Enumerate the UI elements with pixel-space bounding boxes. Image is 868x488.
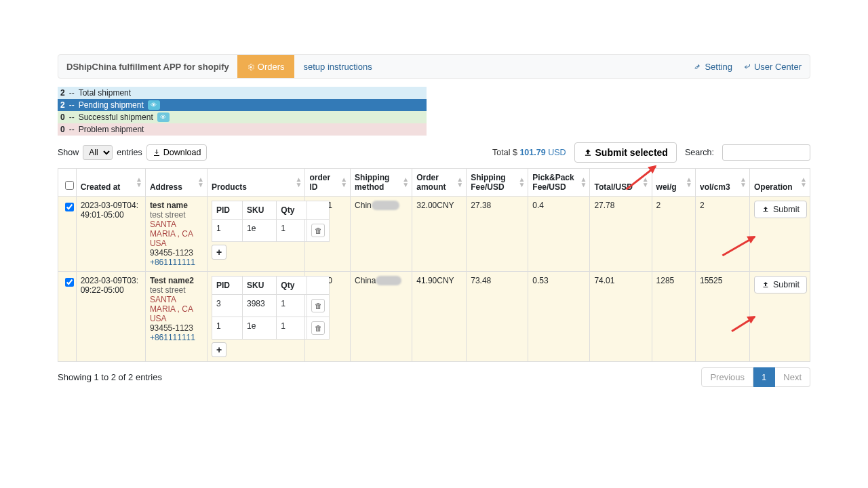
link-setting[interactable]: Setting <box>694 62 732 72</box>
col-ship-fee[interactable]: Shipping Fee/USD▲▼ <box>467 169 528 197</box>
cell-created: 2023-03-09T03:09:22-05:00 <box>76 272 145 362</box>
tab-setup-label: setup instructions <box>304 62 372 72</box>
col-ship-method[interactable]: Shipping method▲▼ <box>351 169 412 197</box>
col-wei[interactable]: wei/g▲▼ <box>652 169 695 197</box>
status-list: 2 -- Total shipment 2 -- Pending shipmen… <box>58 87 427 136</box>
cell-vol: 15525 <box>695 272 749 362</box>
toolbar: Show All entries Download Total $ 101.79… <box>58 142 810 163</box>
cell-ship-method: Chinxxx xx <box>351 197 412 272</box>
cell-address: test name test street SANTA MARIA , CA U… <box>145 197 207 272</box>
cell-total: 74.01 <box>590 272 652 362</box>
upload-icon <box>762 205 770 214</box>
search-input[interactable] <box>722 144 810 161</box>
cell-order-amount: 41.90CNY <box>412 272 467 362</box>
cell-vol: 2 <box>695 197 749 272</box>
download-icon <box>153 148 161 157</box>
search-label: Search: <box>685 148 714 157</box>
upload-icon <box>762 281 770 289</box>
add-product-button[interactable]: + <box>212 342 226 357</box>
status-problem[interactable]: 0 -- Problem shipment <box>58 123 427 136</box>
tab-orders-label: Orders <box>258 62 285 72</box>
row-submit-button[interactable]: Submit <box>754 201 807 218</box>
navbar: DShipChina fulfillment APP for shopify O… <box>58 54 810 79</box>
reply-icon <box>743 62 751 70</box>
page-1-button[interactable]: 1 <box>753 367 775 387</box>
col-address[interactable]: Address▲▼ <box>145 169 207 197</box>
eye-icon[interactable]: 👁 <box>157 113 170 122</box>
trash-icon[interactable]: 🗑 <box>311 224 325 237</box>
col-pickpack[interactable]: Pick&Pack Fee/USD▲▼ <box>528 169 590 197</box>
cell-wei: 1285 <box>652 272 695 362</box>
entries-info: Showing 1 to 2 of 2 entries <box>58 372 162 382</box>
table-footer: Showing 1 to 2 of 2 entries Previous 1 N… <box>58 367 810 387</box>
entries-label: entries <box>117 148 142 157</box>
cell-pickpack: 0.4 <box>528 197 590 272</box>
link-user-center[interactable]: User Center <box>743 62 802 72</box>
status-pending[interactable]: 2 -- Pending shipment 👁 <box>58 99 427 111</box>
next-button[interactable]: Next <box>775 367 810 387</box>
cog-icon <box>247 62 255 72</box>
download-button[interactable]: Download <box>146 144 208 161</box>
col-products[interactable]: Products▲▼ <box>207 169 304 197</box>
cell-wei: 2 <box>652 197 695 272</box>
col-vol[interactable]: vol/cm3▲▼ <box>695 169 749 197</box>
cell-products: PIDSKUQty 11e1🗑 + <box>207 197 304 272</box>
tab-setup[interactable]: setup instructions <box>294 55 382 78</box>
trash-icon[interactable]: 🗑 <box>311 299 325 312</box>
cell-address: Test name2 test street SANTA MARIA , CA … <box>145 272 207 362</box>
table-row: 2023-03-09T04:49:01-05:00 test name test… <box>58 197 810 272</box>
wrench-icon <box>694 62 702 70</box>
cell-operation: Submit <box>749 197 810 272</box>
col-created[interactable]: Created at▲▼ <box>76 169 145 197</box>
prev-button[interactable]: Previous <box>701 367 753 387</box>
col-total[interactable]: Total/USD▲▼ <box>590 169 652 197</box>
col-order-id[interactable]: order ID▲▼ <box>305 169 351 197</box>
select-all-checkbox[interactable] <box>65 181 74 190</box>
orders-table: Created at▲▼ Address▲▼ Products▲▼ order … <box>58 168 810 362</box>
total-label: Total $ 101.79 USD <box>492 148 566 157</box>
cell-ship-fee: 73.48 <box>467 272 528 362</box>
entries-select[interactable]: All <box>83 145 113 160</box>
row-submit-button[interactable]: Submit <box>754 276 807 293</box>
row-checkbox[interactable] <box>65 278 74 287</box>
row-checkbox[interactable] <box>65 203 74 211</box>
upload-icon <box>583 148 593 157</box>
cell-operation: Submit <box>749 272 810 362</box>
pagination: Previous 1 Next <box>701 367 810 387</box>
cell-ship-method: Chinaxxxxx <box>351 272 412 362</box>
eye-icon[interactable]: 👁 <box>148 100 160 110</box>
cell-products: PIDSKUQty 339831🗑11e1🗑 + <box>207 272 304 362</box>
cell-pickpack: 0.53 <box>528 272 590 362</box>
tab-orders[interactable]: Orders <box>237 55 294 78</box>
col-order-amount[interactable]: Order amount▲▼ <box>412 169 467 197</box>
brand-title: DShipChina fulfillment APP for shopify <box>66 62 229 72</box>
trash-icon[interactable]: 🗑 <box>311 321 325 335</box>
svg-point-0 <box>250 66 252 68</box>
col-operation[interactable]: Operation▲▼ <box>749 169 810 197</box>
status-total[interactable]: 2 -- Total shipment <box>58 87 427 99</box>
cell-order-amount: 32.00CNY <box>412 197 467 272</box>
submit-selected-button[interactable]: Submit selected <box>574 142 677 163</box>
cell-total: 27.78 <box>590 197 652 272</box>
status-success[interactable]: 0 -- Successful shipment 👁 <box>58 111 427 123</box>
cell-ship-fee: 27.38 <box>467 197 528 272</box>
table-row: 2023-03-09T03:09:22-05:00 Test name2 tes… <box>58 272 810 362</box>
cell-created: 2023-03-09T04:49:01-05:00 <box>76 197 145 272</box>
add-product-button[interactable]: + <box>212 245 226 260</box>
show-label: Show <box>58 148 79 157</box>
